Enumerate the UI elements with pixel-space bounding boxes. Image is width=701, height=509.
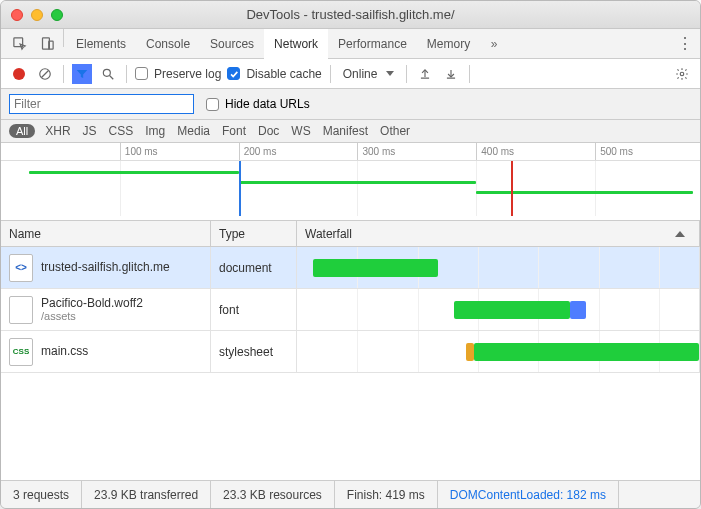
- waterfall-bar: [454, 301, 571, 319]
- waterfall-cell: [297, 247, 700, 288]
- clear-icon[interactable]: [35, 64, 55, 84]
- waterfall-bar: [313, 259, 438, 277]
- request-type: font: [211, 289, 297, 330]
- column-headers: Name Type Waterfall: [1, 221, 700, 247]
- svg-rect-0: [13, 38, 22, 47]
- search-icon[interactable]: [98, 64, 118, 84]
- hide-data-urls-label: Hide data URLs: [225, 97, 310, 111]
- window-title: DevTools - trusted-sailfish.glitch.me/: [246, 7, 454, 22]
- request-name: Pacifico-Bold.woff2: [41, 296, 143, 310]
- hide-data-urls-checkbox[interactable]: Hide data URLs: [206, 97, 310, 111]
- tab-sources[interactable]: Sources: [200, 29, 264, 58]
- status-transferred: 23.9 KB transferred: [82, 481, 211, 508]
- panel-tabstrip: ElementsConsoleSourcesNetworkPerformance…: [1, 29, 700, 59]
- overview-bar: [239, 181, 477, 184]
- import-har-icon[interactable]: [441, 64, 461, 84]
- separator: [469, 65, 470, 83]
- status-resources: 23.3 KB resources: [211, 481, 335, 508]
- close-icon[interactable]: [11, 9, 23, 21]
- tab-elements[interactable]: Elements: [66, 29, 136, 58]
- filter-font[interactable]: Font: [222, 124, 246, 138]
- waterfall-bar: [474, 343, 699, 361]
- tab-performance[interactable]: Performance: [328, 29, 417, 58]
- filter-bar: Hide data URLs: [1, 89, 700, 120]
- separator: [63, 65, 64, 83]
- tabs-overflow-icon[interactable]: »: [480, 29, 508, 58]
- request-row[interactable]: Pacifico-Bold.woff2/assetsfont: [1, 289, 700, 331]
- filter-js[interactable]: JS: [83, 124, 97, 138]
- status-requests: 3 requests: [1, 481, 82, 508]
- separator: [126, 65, 127, 83]
- tab-network[interactable]: Network: [264, 29, 328, 58]
- column-waterfall[interactable]: Waterfall: [297, 221, 700, 246]
- timeline-tick: 400 ms: [476, 143, 514, 160]
- column-name[interactable]: Name: [1, 221, 211, 246]
- request-row[interactable]: <>trusted-sailfish.glitch.medocument: [1, 247, 700, 289]
- disable-cache-label: Disable cache: [246, 67, 321, 81]
- disable-cache-checkbox[interactable]: Disable cache: [227, 67, 321, 81]
- request-list: <>trusted-sailfish.glitch.medocumentPaci…: [1, 247, 700, 480]
- file-icon: [9, 296, 33, 324]
- throttling-select[interactable]: Online: [339, 67, 399, 81]
- timeline-tick: 300 ms: [357, 143, 395, 160]
- waterfall-bar: [570, 301, 586, 319]
- filter-input[interactable]: [9, 94, 194, 114]
- waterfall-cell: [297, 331, 700, 372]
- status-bar: 3 requests 23.9 KB transferred 23.3 KB r…: [1, 480, 700, 508]
- status-dom-content-loaded: DOMContentLoaded: 182 ms: [438, 481, 619, 508]
- devtools-window: DevTools - trusted-sailfish.glitch.me/ E…: [0, 0, 701, 509]
- waterfall-cell: [297, 289, 700, 330]
- chevron-down-icon: [386, 71, 394, 76]
- timeline-tick: 100 ms: [120, 143, 158, 160]
- request-row[interactable]: CSSmain.cssstylesheet: [1, 331, 700, 373]
- preserve-log-label: Preserve log: [154, 67, 221, 81]
- timeline-tick: 200 ms: [239, 143, 277, 160]
- svg-line-4: [42, 70, 49, 77]
- tab-memory[interactable]: Memory: [417, 29, 480, 58]
- checkbox-icon: [135, 67, 148, 80]
- minimize-icon[interactable]: [31, 9, 43, 21]
- filter-ws[interactable]: WS: [291, 124, 310, 138]
- traffic-lights: [11, 9, 63, 21]
- overview-bar: [476, 191, 693, 194]
- timeline-tick: 500 ms: [595, 143, 633, 160]
- filter-doc[interactable]: Doc: [258, 124, 279, 138]
- device-toolbar-icon[interactable]: [33, 29, 61, 58]
- type-filter-row: All XHRJSCSSImgMediaFontDocWSManifestOth…: [1, 120, 700, 143]
- overview-bar: [29, 171, 239, 174]
- network-toolbar: Preserve log Disable cache Online: [1, 59, 700, 89]
- tab-console[interactable]: Console: [136, 29, 200, 58]
- timeline-overview[interactable]: 100 ms200 ms300 ms400 ms500 ms: [1, 143, 700, 221]
- export-har-icon[interactable]: [415, 64, 435, 84]
- preserve-log-checkbox[interactable]: Preserve log: [135, 67, 221, 81]
- request-path: /assets: [41, 310, 143, 323]
- filter-media[interactable]: Media: [177, 124, 210, 138]
- request-name: trusted-sailfish.glitch.me: [41, 260, 170, 274]
- filter-manifest[interactable]: Manifest: [323, 124, 368, 138]
- checkbox-checked-icon: [227, 67, 240, 80]
- separator: [63, 29, 64, 47]
- record-button[interactable]: [9, 64, 29, 84]
- zoom-icon[interactable]: [51, 9, 63, 21]
- throttling-value: Online: [343, 67, 378, 81]
- filter-other[interactable]: Other: [380, 124, 410, 138]
- status-finish: Finish: 419 ms: [335, 481, 438, 508]
- svg-line-6: [110, 75, 114, 79]
- more-menu-icon[interactable]: ⋮: [670, 29, 700, 58]
- titlebar: DevTools - trusted-sailfish.glitch.me/: [1, 1, 700, 29]
- column-type[interactable]: Type: [211, 221, 297, 246]
- filter-css[interactable]: CSS: [109, 124, 134, 138]
- waterfall-bar: [466, 343, 474, 361]
- settings-gear-icon[interactable]: [672, 64, 692, 84]
- filter-icon[interactable]: [72, 64, 92, 84]
- inspect-element-icon[interactable]: [5, 29, 33, 58]
- filter-all[interactable]: All: [9, 124, 35, 138]
- svg-point-5: [103, 69, 110, 76]
- request-type: stylesheet: [211, 331, 297, 372]
- filter-xhr[interactable]: XHR: [45, 124, 70, 138]
- file-icon: CSS: [9, 338, 33, 366]
- file-icon: <>: [9, 254, 33, 282]
- filter-img[interactable]: Img: [145, 124, 165, 138]
- svg-point-7: [680, 72, 684, 76]
- checkbox-icon: [206, 98, 219, 111]
